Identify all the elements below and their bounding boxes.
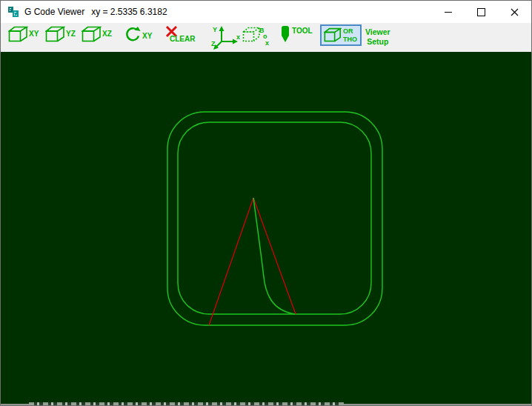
view-yz-button[interactable]: YZ [45,26,76,43]
window-title: G Code Viewer [24,7,84,17]
cube-icon [8,26,28,43]
clear-label: CLEAR [170,35,195,43]
minimize-button[interactable] [431,1,465,23]
maximize-icon [477,8,485,16]
tool-label: TOOL [292,27,313,35]
window-controls [431,1,531,23]
box-letter-x: x [265,39,269,47]
tool-icon [280,25,290,44]
toolbar: XY YZ XZ [1,23,531,52]
title-bar[interactable]: G Code Viewer xy = 2.5335 6.3182 [1,1,531,23]
close-button[interactable] [498,1,531,23]
toolpath-plot [1,52,531,405]
maximize-button[interactable] [465,1,498,23]
view-yz-label: YZ [66,30,76,38]
cube-icon [324,27,342,43]
rotate-xy-button[interactable]: XY [124,26,152,43]
taskbar-sliver [29,402,344,405]
axes-icon: Y x Z [210,24,242,50]
axes-x-label: x [236,33,240,41]
viewer-setup-line1: Viewer [365,27,390,37]
axes-button[interactable]: Y x Z [210,24,242,50]
clear-button[interactable]: CLEAR [164,25,195,43]
ortho-toggle[interactable]: OR THO [320,24,362,46]
gcode-viewport[interactable] [1,52,531,405]
view-xz-button[interactable]: XZ [82,26,112,43]
viewport-background [1,52,531,405]
viewer-setup-button[interactable]: Viewer Setup [365,27,390,47]
gcode-app-icon [7,6,19,18]
close-icon [511,8,519,16]
bottom-window-edge [1,402,531,405]
rotate-icon [124,26,142,43]
tool-button[interactable]: TOOL [280,25,313,44]
viewer-setup-line2: Setup [367,37,388,47]
box-button[interactable]: B o x [242,25,270,48]
minimize-icon [445,12,452,13]
view-xz-label: XZ [102,30,112,38]
cube-icon [82,26,102,43]
gcode-viewer-window: G Code Viewer xy = 2.5335 6.3182 [0,0,532,406]
axes-z-label: Z [211,40,216,47]
rotate-xy-label: XY [142,32,152,40]
axes-y-label: Y [213,26,217,33]
cursor-coordinate-readout: xy = 2.5335 6.3182 [91,7,167,17]
ortho-label-line2: THO [343,36,357,43]
view-xy-button[interactable]: XY [8,26,39,43]
dashed-box-icon: B o x [242,25,270,48]
cube-icon [45,26,65,43]
ortho-label-line1: OR [343,27,353,35]
ortho-label: OR THO [343,27,357,43]
view-xy-label: XY [29,30,39,38]
